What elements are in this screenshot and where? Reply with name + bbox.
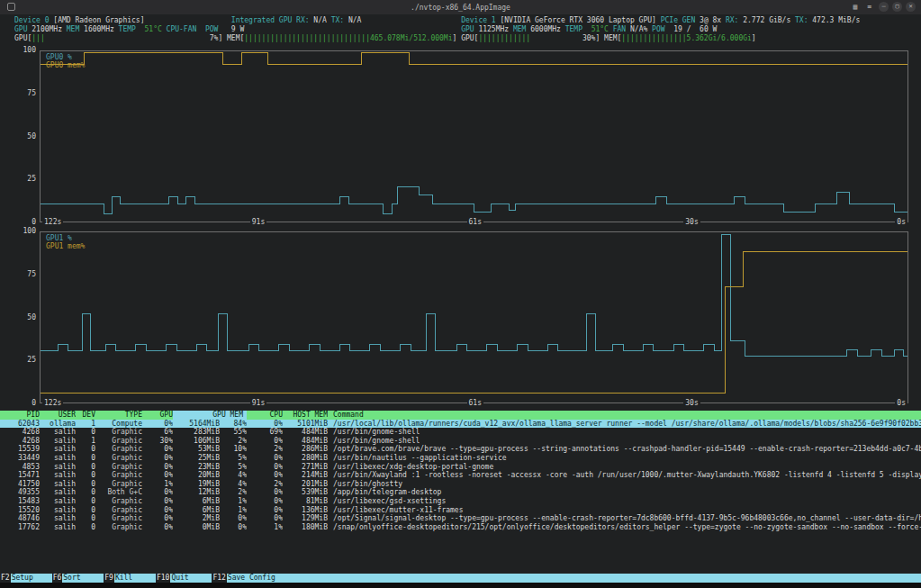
cell-pid: 15483 <box>0 497 40 506</box>
x-tick-label: 91s <box>250 399 266 407</box>
process-row[interactable]: 4853salih0Graphic0%23MiB5%0%271MiB/usr/l… <box>0 463 921 472</box>
cell-type: Graphic <box>95 523 142 532</box>
gpu0-plot <box>41 51 907 222</box>
x-tick-label: 91s <box>250 218 266 226</box>
cell-user: salih <box>40 437 76 446</box>
column-header-cmd: Command <box>328 411 921 420</box>
cell-dev: 0 <box>76 497 95 506</box>
cell-type: Graphic <box>95 445 142 454</box>
cell-command: /opt/Signal/signal-desktop --type=gpu-pr… <box>328 514 921 523</box>
tile-windows-icon[interactable]: ▦ <box>850 3 861 11</box>
gpu0--line <box>41 187 907 214</box>
x-tick-label: 30s <box>683 399 700 407</box>
cell-hostmem: 271MiB <box>283 463 328 472</box>
y-tick-label: 25 <box>13 176 36 183</box>
cell-gpu: 6% <box>142 428 173 437</box>
process-row[interactable]: 33449salih0Graphic0%25MiB5%0%280MiB/usr/… <box>0 454 921 463</box>
cell-gpumem-pct: 0% <box>220 523 247 532</box>
fn-sort-button[interactable]: Sort <box>62 574 104 583</box>
cell-type: Graphic <box>95 480 142 489</box>
cell-dev: 0 <box>76 463 95 472</box>
cell-dev: 0 <box>76 445 95 454</box>
cell-command: /usr/libexec/mutter-x11-frames <box>328 506 921 515</box>
cell-hostmem: 180MiB <box>283 523 328 532</box>
cell-hostmem: 214MiB <box>283 471 328 480</box>
column-header-type: TYPE <box>95 411 142 420</box>
process-row[interactable]: 4268salih0Graphic6%283MiB55%69%484MiB/us… <box>0 428 921 437</box>
fnkey-f10: F10 <box>156 574 170 583</box>
process-row[interactable]: 15471salih0Graphic0%20MiB4%0%214MiB/usr/… <box>0 471 921 480</box>
cell-user: salih <box>40 428 76 437</box>
cell-gpumem-pct: 5% <box>220 454 247 463</box>
process-row[interactable]: 15520salih0Graphic0%6MiB1%0%136MiB/usr/l… <box>0 506 921 515</box>
cell-user: salih <box>40 480 76 489</box>
cell-hostmem: 286MiB <box>283 445 328 454</box>
cell-pid: 17762 <box>0 523 40 532</box>
cell-command: /snap/onlyoffice-desktopeditors/215/opt/… <box>328 523 921 532</box>
cell-hostmem: 280MiB <box>283 454 328 463</box>
process-row[interactable]: 15539salih0Graphic0%53MiB10%2%286MiB/opt… <box>0 445 921 454</box>
cell-gpumem: 19MiB <box>173 480 220 489</box>
cell-type: Graphic <box>95 463 142 472</box>
gpu1-y-axis: 1007550250 <box>13 231 36 403</box>
cell-cpu: 69% <box>247 428 283 437</box>
cell-dev: 0 <box>76 480 95 489</box>
process-row[interactable]: 49355salih0Both G+C0%12MiB2%0%539MiB/app… <box>0 488 921 497</box>
fn-quit-button[interactable]: Quit <box>170 574 212 583</box>
cell-gpumem-pct: 1% <box>220 506 247 515</box>
cell-type: Graphic <box>95 437 142 446</box>
cell-gpu: 1% <box>142 480 173 489</box>
device-meter-line: GPU[||| 7%] MEM[||||||||||||||||||||||||… <box>14 34 915 43</box>
fn-save-config-button[interactable]: Save Config <box>227 574 921 583</box>
x-tick-label: 122s <box>42 399 63 407</box>
fn-setup-button[interactable]: Setup <box>11 574 52 583</box>
nvtop-terminal-window: ./nvtop-x86_64.AppImage ▦ ≡ – ▢ ✕ Device… <box>0 0 921 588</box>
cell-hostmem: 136MiB <box>283 506 328 515</box>
x-tick-label: 122s <box>42 218 63 226</box>
y-tick-label: 100 <box>13 47 36 54</box>
cell-gpumem-pct: 0% <box>220 514 247 523</box>
process-row[interactable]: 41750salih0Graphic1%19MiB4%2%201MiB/usr/… <box>0 480 921 489</box>
process-row[interactable]: 48746salih0Graphic0%2MiB0%0%129MiB/opt/S… <box>0 514 921 523</box>
process-row[interactable]: 4268salih1Graphic30%106MiB2%0%484MiB/usr… <box>0 437 921 446</box>
cell-dev: 0 <box>76 488 95 497</box>
gpu0-mem--line <box>41 52 907 64</box>
cell-hostmem: 129MiB <box>283 514 328 523</box>
table-header-row: PIDUSERDEVTYPEGPUGPU MEMCPUHOST MEMComma… <box>0 411 921 420</box>
cell-cpu: 0% <box>247 463 283 472</box>
cell-pid: 15471 <box>0 471 40 480</box>
cell-gpumem-pct: 2% <box>220 488 247 497</box>
minimize-button[interactable]: – <box>879 2 889 12</box>
process-row-selected[interactable]: 62043ollama1Compute0%5164MiB84%0%5101MiB… <box>0 420 921 429</box>
close-button[interactable]: ✕ <box>906 2 916 12</box>
x-tick-label: 0s <box>895 218 907 226</box>
process-row[interactable]: 15483salih0Graphic0%6MiB1%0%81MiB/usr/li… <box>0 497 921 506</box>
cell-cpu: 1% <box>247 523 283 532</box>
cell-gpu: 0% <box>142 463 173 472</box>
cell-pid: 4268 <box>0 428 40 437</box>
cell-gpumem-pct: 10% <box>220 445 247 454</box>
cell-command: /usr/bin/gnome-shell <box>328 437 921 446</box>
legend-entry: GPU0 % <box>46 53 85 61</box>
cell-dev: 0 <box>76 506 95 515</box>
cell-type: Graphic <box>95 471 142 480</box>
y-tick-label: 25 <box>13 357 36 364</box>
process-row[interactable]: 17762salih0Graphic0%0MiB0%1%180MiB/snap/… <box>0 523 921 532</box>
menu-icon[interactable]: ≡ <box>864 3 875 11</box>
column-header-cpu: CPU <box>247 411 283 420</box>
gpu0-y-axis: 1007550250 <box>13 50 36 222</box>
legend-entry: GPU1 % <box>46 234 85 242</box>
cell-type: Graphic <box>95 506 142 515</box>
cell-dev: 0 <box>76 471 95 480</box>
fnkey-f12: F12 <box>212 574 226 583</box>
gpu1-legend: GPU1 %GPU1 mem% <box>46 234 85 250</box>
y-tick-label: 0 <box>13 219 36 226</box>
cell-cpu: 0% <box>247 420 283 429</box>
cell-gpumem: 20MiB <box>173 471 220 480</box>
fn-kill-button[interactable]: Kill <box>114 574 156 583</box>
cell-type: Graphic <box>95 514 142 523</box>
cell-command: /usr/bin/ghostty <box>328 480 921 489</box>
maximize-button[interactable]: ▢ <box>892 2 902 12</box>
cell-pid: 49355 <box>0 488 40 497</box>
cell-pid: 62043 <box>0 420 40 429</box>
